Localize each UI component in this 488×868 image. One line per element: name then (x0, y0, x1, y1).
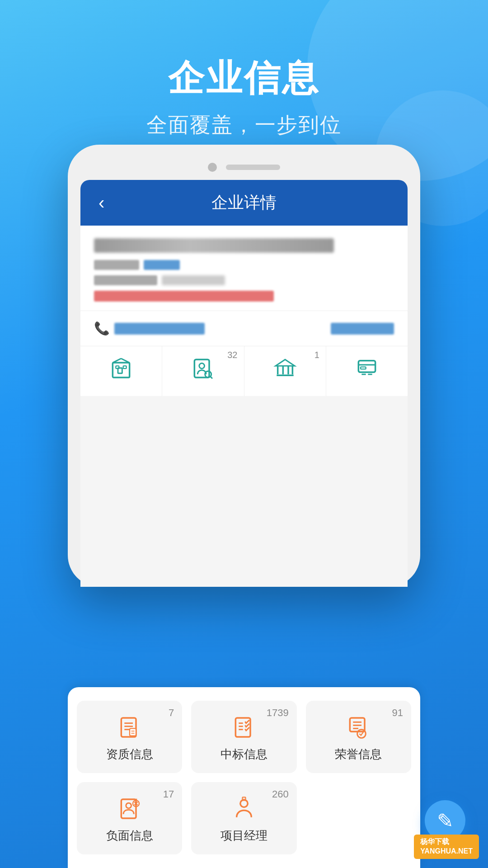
svg-point-7 (199, 363, 205, 369)
svg-marker-15 (276, 359, 295, 366)
label-honor: 荣誉信息 (335, 746, 382, 762)
honor-icon (346, 715, 371, 740)
company-row-1 (94, 260, 394, 270)
back-button[interactable]: ‹ (99, 193, 104, 213)
bottom-panel: 7 资质信息 1739 (68, 687, 420, 868)
nav-title: 企业详情 (211, 192, 277, 214)
card-qualification[interactable]: 7 资质信息 (77, 701, 182, 773)
label-reg-capital (94, 275, 157, 285)
contact-right-blurred (331, 323, 394, 335)
value-reg-capital (162, 275, 225, 285)
project-manager-icon (231, 796, 257, 821)
hero-section: 企业信息 全面覆盖，一步到位 (0, 0, 488, 139)
svg-rect-2 (116, 366, 119, 368)
label-bid-winning: 中标信息 (221, 746, 267, 762)
card-empty (306, 782, 411, 854)
label-project-manager: 项目经理 (221, 828, 267, 844)
count-negative: 17 (163, 788, 174, 800)
phone-top-bar (80, 158, 408, 180)
company-row-2 (94, 275, 394, 285)
qualification-icon (117, 715, 142, 740)
bid-winning-icon (231, 715, 257, 740)
hero-title: 企业信息 (0, 54, 488, 103)
watermark: 杨华下载 YANGHUA.NET (414, 835, 479, 859)
nav-bar: ‹ 企业详情 (80, 180, 408, 226)
value-legal-rep (144, 260, 180, 270)
stat-item-0[interactable] (80, 346, 162, 396)
cards-row-1: 7 资质信息 1739 (77, 701, 411, 773)
phone-frame: ‹ 企业详情 📞 (68, 145, 420, 587)
svg-rect-0 (113, 363, 129, 377)
card-project-manager[interactable]: 260 项目经理 (191, 782, 296, 854)
count-project-manager: 260 (272, 788, 289, 800)
card-bid-winning[interactable]: 1739 中标信息 (191, 701, 296, 773)
stat-item-1[interactable]: 32 (162, 346, 244, 396)
svg-rect-3 (123, 366, 127, 368)
phone-number-blurred (114, 323, 205, 335)
phone-icon: 📞 (94, 321, 110, 336)
svg-point-43 (240, 800, 248, 807)
stats-grid: 32 1 (80, 346, 408, 396)
svg-rect-16 (358, 361, 375, 373)
stat-item-2[interactable]: 1 (244, 346, 326, 396)
company-name-blurred (94, 238, 334, 253)
count-qualification: 7 (169, 707, 174, 719)
label-qualification: 资质信息 (106, 746, 153, 762)
fab-edit-icon: ✎ (437, 809, 454, 832)
svg-point-38 (126, 803, 131, 808)
negative-icon (117, 796, 142, 821)
red-download-btn[interactable] (94, 291, 274, 302)
phone-camera (208, 163, 217, 172)
stat-badge-1: 32 (227, 350, 237, 360)
phone-screen: ‹ 企业详情 📞 (80, 180, 408, 587)
contact-section: 📞 (80, 311, 408, 346)
stat-item-3[interactable] (326, 346, 408, 396)
card-negative[interactable]: 17 负面信息 (77, 782, 182, 854)
svg-rect-25 (130, 728, 136, 736)
label-negative: 负面信息 (106, 828, 153, 844)
hero-subtitle: 全面覆盖，一步到位 (0, 111, 488, 139)
label-legal-rep (94, 260, 139, 270)
card-honor[interactable]: 91 荣誉信息 (306, 701, 411, 773)
count-bid-winning: 1739 (267, 707, 289, 719)
phone-mockup: ‹ 企业详情 📞 (68, 145, 420, 587)
svg-rect-18 (361, 367, 366, 369)
count-honor: 91 (392, 707, 403, 719)
phone-speaker (226, 165, 280, 170)
svg-line-9 (211, 377, 212, 378)
company-section (80, 226, 408, 311)
search-person-icon (190, 355, 216, 381)
bank-icon (272, 355, 298, 381)
building-icon (108, 355, 134, 381)
cards-row-2: 17 负面信息 260 项目经理 (77, 782, 411, 854)
stat-badge-2: 1 (314, 350, 319, 360)
card-icon (354, 355, 380, 381)
